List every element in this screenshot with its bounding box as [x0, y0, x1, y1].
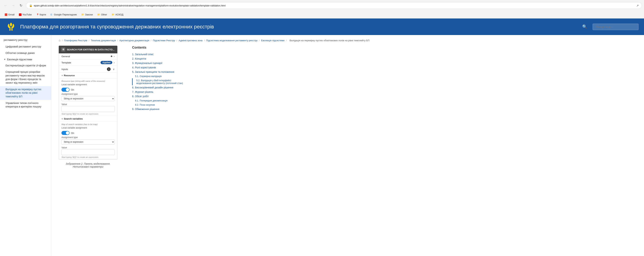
gmail-icon — [5, 14, 7, 16]
lock-icon: 🔒 — [29, 4, 32, 7]
sidebar-item-reglament-registry[interactable]: регламенту реєстру — [0, 37, 51, 44]
contents-item-3[interactable]: 3. Функціональні сценарії — [132, 61, 184, 65]
resource-toggle[interactable] — [62, 88, 70, 92]
searchvars-field-desc: Map of search variables (has to be map) — [62, 123, 115, 126]
sidebar-item-management[interactable]: Управління типом логічного оператора в к… — [0, 100, 51, 110]
trident-icon — [6, 22, 16, 31]
sidebar-item-label: Спрощений процес розробки регламенту чер… — [6, 70, 45, 84]
reload-button[interactable]: ↻ — [18, 2, 24, 9]
breadcrumb-tech[interactable]: Технічна документація — [91, 39, 116, 42]
resource-field-group: Resource type (string with name of the r… — [59, 78, 117, 116]
browser-toolbar: ← → ↻ 🔒 epam.github.io/edp-ddm-architect… — [0, 0, 644, 11]
breadcrumb-sep-7: / — [286, 39, 287, 42]
panel-body: General › Template Applied › — [59, 53, 118, 159]
breadcrumb-sep-2: / — [117, 39, 118, 42]
resource-value-textarea[interactable] — [62, 106, 115, 112]
searchvars-toggle-row: On — [62, 130, 115, 136]
bookmark-gmail-label: Gmail — [8, 13, 14, 16]
general-label: General — [62, 55, 70, 58]
bookmark-askod[interactable]: 📁 АСКОД — [110, 12, 125, 17]
sidebar-item-simplified[interactable]: Спрощений процес розробки регламенту чер… — [0, 69, 51, 86]
searchvars-assignment-type-label: Assignment type — [62, 136, 115, 139]
resource-local-var-label: Local variable assignment — [62, 83, 115, 86]
breadcrumb-platform[interactable]: Платформа Реєстрів — [64, 39, 87, 42]
resource-toggle-label: On — [71, 88, 74, 91]
sidebar-item-validation[interactable]: Валідація на перевірку пустих обов'язков… — [0, 86, 51, 100]
chevron-down-resource: ∨ — [62, 74, 63, 76]
search-variables-field-group: Map of search variables (has to be map) … — [59, 122, 117, 159]
panel-row-template[interactable]: Template Applied › — [59, 60, 117, 66]
forward-button[interactable]: → — [10, 2, 16, 9]
contents-item-9[interactable]: 9. Обмеження рішення — [132, 107, 184, 111]
folder-icon-zakony: 📁 — [81, 13, 84, 16]
bookmark-zakony[interactable]: 📁 Закони — [80, 12, 95, 17]
contents-item-8-2[interactable]: 8.2. Поза скоупом — [132, 103, 184, 107]
contents-item-6[interactable]: 6. Високорівневий дизайн рішення — [132, 85, 184, 90]
resource-assignment-type-label: Assignment type — [62, 93, 115, 95]
breadcrumb-sep-4: / — [176, 39, 177, 42]
contents-item-5-1[interactable]: 5.1. Серверна валідація — [132, 74, 184, 78]
contents-item-4[interactable]: 4. Ролі користувачів — [132, 65, 184, 70]
contents-item-7[interactable]: 7. Журнал рішень — [132, 90, 184, 94]
url-text: epam.github.io/edp-ddm-architecture/ua/p… — [34, 4, 635, 7]
breadcrumb: ⌂ / Платформа Реєстрів / Технічна докуме… — [59, 39, 637, 42]
bookmark-translate[interactable]: G Google Перекладчик — [48, 12, 79, 17]
searchvars-assignment-type-select[interactable]: String or expressionString expressionExp… — [62, 139, 115, 144]
search-icon[interactable]: 🔍 — [582, 24, 587, 29]
breadcrumb-sep-5: / — [204, 39, 205, 42]
sidebar-collapse-evolution[interactable]: ▼ Еволюція підсистеми — [0, 56, 51, 62]
inputs-row-right: 3 ∨ — [107, 67, 115, 71]
contents-list: 1. Загальний опис 2. Концепти 3. Функціо… — [132, 52, 184, 111]
sidebar-item-label: Валідація на перевірку пустих обов'язков… — [6, 88, 41, 98]
searchvars-value-hint: Start typing '${()}' to create an expres… — [62, 156, 115, 158]
resource-value-label: Value — [62, 103, 115, 106]
contents-item-8[interactable]: 8. Обсяг робіт — [132, 94, 184, 98]
modelling-panel: ⚙ SEARCH FOR ENTITIES IN DATA FACTO... G… — [59, 46, 118, 168]
address-bar[interactable]: 🔒 epam.github.io/edp-ddm-architecture/ua… — [26, 2, 642, 9]
inputs-count-badge: 3 — [107, 67, 110, 71]
breadcrumb-arch[interactable]: Архітектурна документація — [120, 39, 149, 42]
contents-item-8-1[interactable]: 8.1. Попередня декомпозиція — [132, 98, 184, 103]
resource-toggle-row: On — [62, 86, 115, 93]
search-variables-section-title: Search variables — [64, 117, 83, 120]
breadcrumb-sep-6: / — [259, 39, 260, 42]
sidebar-item-digital-reglament[interactable]: Цифровий регламент реєстру — [0, 44, 51, 50]
contents-item-5-2[interactable]: 5.2. Валідація у Веб-інтерфейсі моделюва… — [132, 78, 184, 85]
searchvars-toggle[interactable] — [62, 131, 70, 135]
browser-chrome: ← → ↻ 🔒 epam.github.io/edp-ddm-architect… — [0, 0, 644, 18]
panel-row-general[interactable]: General › — [59, 53, 117, 60]
bookmark-youtube[interactable]: YouTube — [17, 12, 34, 17]
breadcrumb-modelling[interactable]: Підсистема моделювання регламенту реєстр… — [206, 39, 258, 42]
bookmark-maps[interactable]: 📍 Карти — [34, 12, 48, 17]
panel-row-inputs[interactable]: Inputs 3 ∨ — [59, 66, 117, 72]
contents-panel: Contents 1. Загальний опис 2. Концепти 3… — [132, 46, 184, 168]
sidebar-item-externalization[interactable]: Екстерналізація скриптів UI-форм — [0, 62, 51, 69]
breadcrumb-admin[interactable]: Адміністративна зона — [179, 39, 202, 42]
bookmark-zakony-label: Закони — [85, 13, 93, 16]
external-link-icon: ↗ — [636, 4, 639, 7]
content-area: ⌂ / Платформа Реєстрів / Технічна докуме… — [51, 35, 644, 256]
sidebar-item-label: регламенту реєстру — [4, 38, 28, 42]
main-layout: регламенту реєстру Цифровий регламент ре… — [0, 35, 644, 256]
back-button[interactable]: ← — [2, 2, 9, 9]
folder-icon-askod: 📁 — [112, 13, 114, 16]
contents-item-2[interactable]: 2. Концепти — [132, 56, 184, 61]
template-label: Template — [62, 61, 71, 64]
site-header: Платформа для розгортання та супроводжен… — [0, 18, 644, 35]
contents-title: Contents — [132, 46, 184, 50]
resource-section-header[interactable]: ∨ Resource — [59, 72, 117, 78]
contents-item-5[interactable]: 5. Загальні принципи та положення — [132, 70, 184, 74]
search-input[interactable] — [593, 24, 638, 30]
resource-assignment-type-select[interactable]: String or expressionString expressionExp… — [62, 96, 115, 101]
breadcrumb-evolution[interactable]: Еволюція підсистеми — [261, 39, 284, 42]
maps-icon: 📍 — [36, 14, 39, 16]
contents-item-1[interactable]: 1. Загальний опис — [132, 52, 184, 56]
bookmark-gmail[interactable]: Gmail — [3, 12, 16, 17]
sidebar-item-object-storage[interactable]: Об'єктне сховище даних — [0, 50, 51, 56]
searchvars-value-textarea[interactable] — [62, 149, 115, 155]
breadcrumb-subsystems[interactable]: Підсистеми Реєстру — [153, 39, 175, 42]
resource-section-title: Resource — [64, 74, 75, 77]
search-variables-section-header[interactable]: ∨ Search variables — [59, 116, 117, 122]
bookmark-other[interactable]: 📁 Other — [96, 12, 109, 17]
home-icon[interactable]: ⌂ — [59, 39, 60, 42]
